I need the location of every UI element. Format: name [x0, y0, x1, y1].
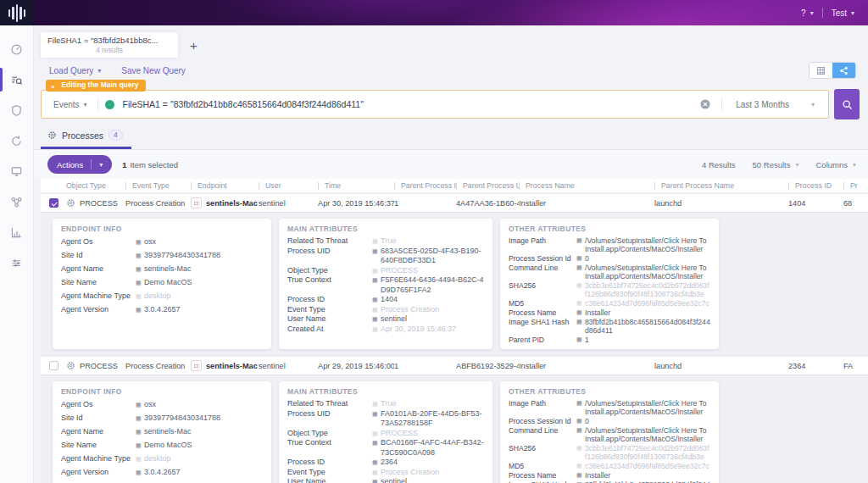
load-query-button[interactable]: Load Query ▾ [49, 66, 101, 75]
sidebar-item-dashboard[interactable] [0, 34, 34, 64]
sidebar [0, 25, 34, 483]
filter-icon[interactable]: ▦ [576, 299, 585, 308]
filter-icon[interactable]: ▦ [136, 250, 144, 261]
clear-query-button[interactable] [699, 98, 711, 110]
cell-time: Apr 29, 2019 15:46:00 [318, 362, 394, 370]
filter-icon[interactable]: ▦ [136, 236, 144, 247]
filter-icon[interactable]: ▦ [372, 295, 381, 305]
col-endpoint[interactable]: Endpoint [191, 181, 259, 190]
grid-view-icon [816, 66, 826, 75]
field-label: Agent Version [61, 467, 136, 478]
endpoint-name[interactable]: sentinels-Mac [206, 362, 258, 370]
filter-icon[interactable]: ▦ [372, 305, 381, 315]
filter-icon[interactable]: ▦ [136, 440, 144, 451]
filter-icon[interactable]: ▦ [576, 471, 585, 480]
sidebar-item-activity[interactable] [0, 125, 34, 156]
share-view-button[interactable] [832, 63, 855, 78]
filter-icon[interactable]: ▦ [136, 426, 144, 437]
page-size-dropdown[interactable]: 50 Results ▾ [753, 160, 799, 169]
sidebar-item-threats[interactable] [0, 95, 34, 125]
field-label: Command Line [509, 264, 576, 272]
filter-icon[interactable]: ▦ [136, 304, 144, 315]
sidebar-item-reports[interactable] [0, 217, 34, 247]
search-button[interactable] [834, 89, 860, 119]
endpoint-name[interactable]: sentinels-Mac [206, 199, 258, 208]
filter-icon[interactable]: ▦ [136, 453, 144, 464]
col-parent-process-uid[interactable]: Parent Process U... [456, 181, 519, 190]
time-range-dropdown[interactable]: Last 3 Months ▾ [729, 100, 820, 109]
filter-icon[interactable]: ▦ [372, 325, 381, 335]
filter-icon[interactable]: ▦ [372, 236, 381, 247]
grid-view-button[interactable] [810, 63, 832, 78]
save-new-query-button[interactable]: Save New Query [121, 66, 186, 75]
field-label: MD5 [509, 299, 576, 308]
col-parent-process-name[interactable]: Parent Process Name [654, 181, 788, 190]
scope-dropdown[interactable]: Events ▾ [50, 100, 91, 109]
row-checkbox[interactable] [49, 361, 58, 370]
chevron-down-icon: ▾ [97, 67, 101, 75]
col-time[interactable]: Time [318, 181, 394, 190]
other-attributes-card: OTHER ATTRIBUTES Image Path ▦ /Volumes/S… [500, 381, 719, 483]
col-event-type[interactable]: Event Type [125, 181, 191, 190]
filter-icon[interactable]: ▦ [136, 277, 144, 288]
filter-icon[interactable]: ▦ [372, 477, 381, 483]
filter-icon[interactable]: ▦ [372, 247, 381, 257]
filter-icon[interactable]: ▦ [576, 417, 585, 425]
filter-icon[interactable]: ▦ [576, 318, 585, 326]
sidebar-item-visibility[interactable] [0, 64, 34, 95]
filter-icon[interactable]: ▦ [372, 275, 381, 286]
filter-icon[interactable]: ▦ [576, 462, 585, 470]
tab-processes[interactable]: Processes 4 [41, 128, 131, 149]
filter-icon[interactable]: ▦ [136, 264, 144, 275]
table-header: Object Type Event Type Endpoint User Tim… [41, 179, 868, 193]
query-tab[interactable]: FileSHA1 = "83fbfd2b41bb8c... 4 results [41, 32, 178, 58]
filter-icon[interactable]: ▦ [576, 426, 585, 435]
col-user[interactable]: User [259, 181, 318, 190]
sidebar-item-network[interactable] [0, 186, 34, 217]
filter-icon[interactable]: ▦ [136, 413, 144, 424]
sentinelone-logo[interactable] [0, 0, 34, 25]
filter-icon[interactable]: ▦ [576, 264, 585, 272]
col-process-name[interactable]: Process Name [519, 181, 654, 190]
filter-icon[interactable]: ▦ [576, 336, 585, 344]
filter-icon[interactable]: ▦ [576, 308, 585, 317]
filter-icon[interactable]: ▦ [372, 438, 381, 448]
row-checkbox[interactable] [49, 198, 58, 208]
close-icon[interactable]: × [51, 83, 55, 92]
detail-field-row: Process Session Id ▦ 0 [509, 254, 710, 263]
filter-icon[interactable]: ▦ [576, 281, 585, 290]
actions-button[interactable]: Actions ▾ [47, 155, 112, 174]
filter-icon[interactable]: ▦ [372, 458, 381, 468]
filter-icon[interactable]: ▦ [372, 468, 381, 478]
new-tab-button[interactable]: + [190, 39, 198, 52]
filter-icon[interactable]: ▦ [372, 399, 381, 409]
user-menu[interactable]: Test ▾ [832, 8, 854, 18]
detail-field-row: Process ID ▦ 1404 [287, 295, 484, 305]
field-value: 3.0.4.2657 [144, 304, 263, 315]
filter-icon[interactable]: ▦ [372, 409, 381, 419]
filter-icon[interactable]: ▦ [136, 467, 144, 478]
filter-icon[interactable]: ▦ [576, 254, 585, 263]
cell-checkbox [41, 198, 66, 208]
help-menu[interactable]: ? ▾ [801, 8, 814, 18]
filter-icon[interactable]: ▦ [576, 444, 585, 452]
col-object-type[interactable]: Object Type [66, 181, 125, 190]
filter-icon[interactable]: ▦ [136, 399, 144, 410]
filter-icon[interactable]: ▦ [576, 236, 585, 245]
query-input[interactable]: FileSHA1 = "83fbfd2b41bb8c465815664d084f… [123, 99, 697, 109]
columns-dropdown[interactable]: Columns ▾ [815, 160, 856, 169]
col-process-uid[interactable]: Pr [843, 181, 868, 190]
filter-icon[interactable]: ▦ [372, 266, 381, 276]
filter-icon[interactable]: ▦ [576, 399, 585, 408]
filter-icon[interactable]: ▦ [372, 314, 381, 325]
col-parent-process-id[interactable]: Parent Process ID [394, 181, 456, 190]
filter-icon[interactable]: ▦ [372, 429, 381, 439]
card-title: ENDPOINT INFO [61, 387, 263, 396]
table-row[interactable]: PROCESS Process Creation sentinels-Mac s… [41, 356, 868, 375]
table-row[interactable]: PROCESS Process Creation sentinels-Mac s… [41, 193, 868, 212]
col-process-id[interactable]: Process ID [788, 181, 843, 190]
sidebar-item-endpoints[interactable] [0, 156, 34, 186]
filter-icon[interactable]: ▦ [136, 291, 144, 302]
sidebar-item-settings[interactable] [0, 247, 34, 278]
columns-label: Columns [815, 160, 848, 169]
